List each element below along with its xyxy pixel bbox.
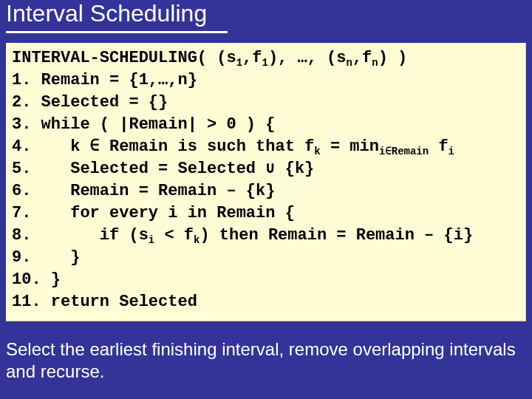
code-line-7: 7. for every i in Remain { [12, 202, 519, 225]
code-line-4: 4. k ∈ Remain is such that fk = mini∈Rem… [12, 136, 519, 158]
sub: i∈Remain [379, 146, 429, 157]
code-line-8: 8. if (si < fk) then Remain = Remain – {… [12, 225, 519, 247]
code-line-5: 5. Selected = Selected ∪ {k} [12, 158, 519, 180]
t: ), …, (s [268, 49, 347, 67]
sub: 1 [236, 57, 242, 69]
t: ,f [352, 49, 372, 67]
code-line-3: 3. while ( |Remain| > 0 ) { [12, 114, 519, 136]
t: INTERVAL-SCHEDULING( (s [12, 49, 236, 67]
algorithm-code-box: INTERVAL-SCHEDULING( (s1,f1), …, (sn,fn)… [6, 43, 526, 321]
sub: i [449, 146, 454, 157]
title-underline [6, 31, 228, 33]
code-line-1: 1. Remain = {1,…,n} [12, 69, 519, 92]
t: ) ) [378, 49, 408, 67]
t: 8. if (s [12, 226, 149, 245]
sub: i [149, 234, 154, 246]
code-line-9: 9. } [12, 247, 519, 269]
sub: 1 [262, 57, 267, 69]
page-title: Interval Scheduling [6, 0, 207, 27]
t: ,f [242, 49, 262, 67]
t: = min [321, 137, 379, 156]
t: f [429, 137, 448, 156]
sub: k [314, 146, 320, 157]
slide: Interval Scheduling INTERVAL-SCHEDULING(… [0, 0, 532, 399]
code-line-10: 10. } [12, 269, 519, 291]
t: 4. k ∈ Remain is such that f [12, 137, 314, 156]
code-line-2: 2. Selected = {} [12, 92, 519, 114]
sub: n [347, 57, 352, 69]
t: < f [154, 226, 194, 245]
code-line-0: INTERVAL-SCHEDULING( (s1,f1), …, (sn,fn)… [12, 47, 519, 69]
code-line-11: 11. return Selected [12, 291, 519, 313]
sub: n [372, 57, 378, 69]
slide-caption: Select the earliest finishing interval, … [6, 338, 526, 383]
t: ) then Remain = Remain – {i} [200, 226, 473, 245]
code-line-6: 6. Remain = Remain – {k} [12, 180, 519, 202]
